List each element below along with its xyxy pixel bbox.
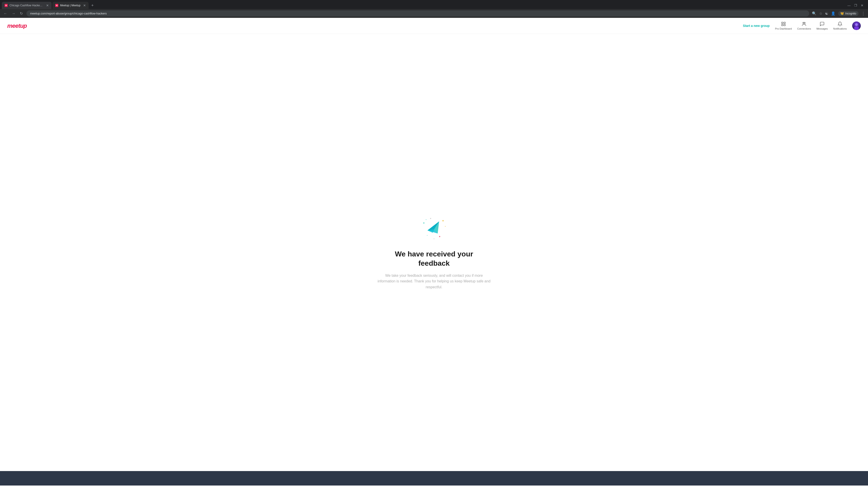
paper-plane-illustration [421,215,447,242]
title-line2: feedback [418,259,450,267]
paper-plane-svg [421,215,447,242]
tab-close-meetup[interactable]: ✕ [83,4,86,7]
incognito-icon: 😿 [840,12,844,15]
svg-rect-3 [784,24,785,26]
profile-icon[interactable]: 👤 [831,11,835,15]
tab-close-chicago[interactable]: ✕ [46,4,49,7]
svg-rect-0 [782,22,783,24]
tab-title-meetup: Meetup | Meetup [60,4,81,7]
address-actions: 🔍 ☆ ☯ 👤 😿 Incognito ⋮ [812,11,865,16]
svg-point-12 [442,220,444,221]
footer [0,471,868,486]
navbar: meetup Start a new group Pro Dashboard [0,18,868,34]
pro-dashboard-label: Pro Dashboard [775,27,792,30]
svg-rect-1 [784,22,785,24]
meetup-logo[interactable]: meetup [7,22,27,29]
search-icon[interactable]: 🔍 [812,11,816,15]
address-bar: ← → ↻ 🔍 ☆ ☯ 👤 😿 Incognito ⋮ [0,9,868,18]
success-title: We have received your feedback [395,250,473,268]
svg-point-15 [427,235,428,236]
svg-point-13 [445,226,446,227]
connections-nav-item[interactable]: Connections [797,22,811,30]
notifications-nav-item[interactable]: Notifications [833,22,847,30]
bookmark-icon[interactable]: ☆ [819,11,822,15]
maximize-button[interactable]: ❐ [854,4,857,7]
svg-point-11 [430,218,431,219]
notifications-icon [837,22,842,26]
svg-point-9 [423,222,425,224]
pro-dashboard-icon [781,22,786,26]
svg-point-10 [426,219,427,220]
refresh-button[interactable]: ↻ [19,10,24,17]
address-input[interactable] [26,10,809,17]
browser-frame: M Chicago Cashflow Hackers | Me... ✕ M M… [0,0,868,18]
svg-point-16 [434,238,434,239]
notifications-label: Notifications [833,27,847,30]
tab-favicon-meetup: M [55,4,58,7]
close-button[interactable]: ✕ [861,4,864,7]
messages-label: Messages [816,27,828,30]
messages-icon [819,22,825,26]
tab-meetup[interactable]: M Meetup | Meetup ✕ [53,2,89,9]
forward-button[interactable]: → [11,11,16,17]
menu-button[interactable]: ⋮ [861,11,865,16]
svg-point-7 [855,23,858,26]
connections-label: Connections [797,27,811,30]
tab-favicon-chicago: M [4,4,8,7]
messages-nav-item[interactable]: Messages [816,22,828,30]
success-subtitle: We take your feedback seriously, and wil… [377,273,491,290]
avatar-image [852,22,861,30]
tab-bar: M Chicago Cashflow Hackers | Me... ✕ M M… [0,0,868,9]
main-content: We have received your feedback We take y… [0,34,868,471]
pro-dashboard-nav-item[interactable]: Pro Dashboard [775,22,792,30]
incognito-label: Incognito [845,12,856,15]
start-group-button[interactable]: Start a new group [743,24,770,28]
tab-title-chicago: Chicago Cashflow Hackers | Me... [9,4,43,7]
nav-icons: Pro Dashboard Connections Messages [775,22,861,30]
extensions-icon[interactable]: ☯ [825,11,828,15]
incognito-badge: 😿 Incognito [838,11,859,16]
window-controls: — ❐ ✕ [847,4,866,7]
connections-icon [802,22,807,26]
back-button[interactable]: ← [3,11,8,17]
new-tab-button[interactable]: + [90,2,96,9]
svg-point-5 [804,22,805,24]
tab-chicago[interactable]: M Chicago Cashflow Hackers | Me... ✕ [2,2,52,9]
title-line1: We have received your [395,250,473,258]
minimize-button[interactable]: — [847,4,850,7]
svg-point-14 [439,236,440,237]
svg-point-8 [854,26,859,30]
page: meetup Start a new group Pro Dashboard [0,18,868,486]
user-avatar[interactable] [852,22,861,30]
logo-text: meetup [7,22,27,29]
svg-rect-2 [782,24,783,26]
